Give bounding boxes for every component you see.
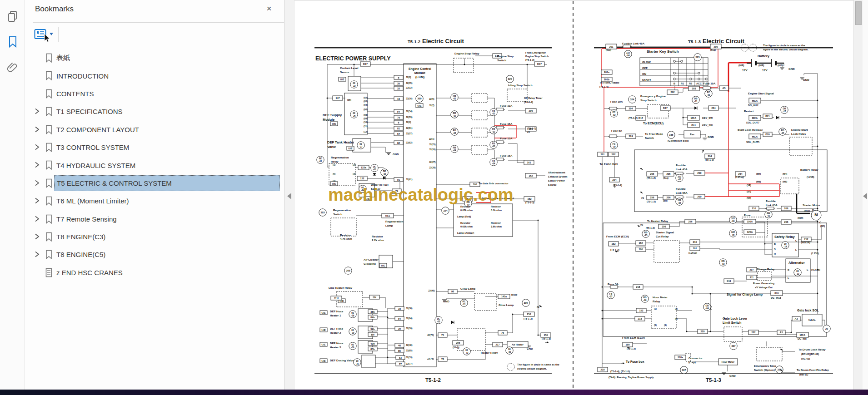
chevron-right-icon[interactable] <box>34 161 40 168</box>
diagram-text: (80R) <box>738 64 744 67</box>
diagram-text: E20 <box>765 133 770 136</box>
scrollbar-thumb[interactable] <box>855 1 862 25</box>
diagram-text: 324 <box>444 209 448 212</box>
diagram-text: (M10) <box>804 209 810 212</box>
diagram-text: 79 <box>397 116 400 119</box>
diagram-text: Gate lock SOL <box>797 309 819 312</box>
page-thumbnails-icon[interactable] <box>6 10 19 23</box>
diagram-text: E21 <box>765 115 770 118</box>
diagram-text: (T5-1-2) <box>646 227 655 229</box>
chevron-right-icon[interactable] <box>34 251 40 258</box>
attachments-icon[interactable] <box>6 61 19 74</box>
diagram-text: 57 <box>397 133 400 135</box>
diagram-text: 303 <box>321 211 325 214</box>
chevron-right-icon[interactable] <box>34 179 40 187</box>
diagram-text: U/E <box>322 329 326 331</box>
bookmark-item[interactable]: T1 SPECIFICATIONS <box>25 103 284 120</box>
diagram-text: -03 <box>678 178 681 181</box>
diagram-text: B <box>774 242 776 245</box>
bookmark-label[interactable]: T8 ENGINE(C3) <box>54 229 280 245</box>
collapse-panel-arrow-icon[interactable] <box>287 193 291 199</box>
chevron-right-icon[interactable] <box>34 108 40 115</box>
chevron-right-icon[interactable] <box>34 215 40 222</box>
chevron-right-icon[interactable] <box>34 143 40 151</box>
bookmark-label[interactable]: CONTENTS <box>54 86 280 102</box>
diagram-text: (T5-1-3) <box>525 201 534 204</box>
collapse-tools-arrow-icon[interactable] <box>863 193 867 199</box>
diagram-text: FB <box>492 128 495 130</box>
bookmark-item[interactable]: T5 ELECTRIC & CONTROL SYSTEM <box>25 174 284 192</box>
diagram-text: -05 <box>781 132 784 134</box>
diagram-text: 205 <box>667 173 671 175</box>
diagram-text: -06 <box>732 220 735 222</box>
bookmark-label[interactable]: T3 CONTROL SYSTEM <box>54 139 280 155</box>
diagram-text: (1.25sq) <box>688 252 697 254</box>
diagram-text: (5sq) <box>606 49 611 51</box>
diagram-text: Source <box>548 183 557 186</box>
diagram-text: Safety Relay <box>774 235 795 239</box>
diagram-text: J2(28) <box>429 166 436 169</box>
diagram-text: J2(53) <box>406 356 413 359</box>
diagram-text: (T5-1-3) <box>525 59 534 61</box>
diagram-text: Module <box>414 71 426 74</box>
diagram-text: ON <box>642 73 646 75</box>
bookmark-item[interactable]: INTRODUCTION <box>25 67 284 84</box>
diagram-text: Fan <box>690 133 694 136</box>
bookmark-label[interactable]: 表紙 <box>54 50 280 66</box>
diagram-text: Stop Switch <box>640 99 657 102</box>
diagram-text: 203 <box>692 87 696 90</box>
diagram-text: 150 <box>544 334 548 336</box>
vertical-scrollbar[interactable] <box>853 0 863 390</box>
bookmark-label[interactable]: T8 ENGINE(C5) <box>54 247 280 262</box>
diagram-text: -05 <box>732 234 735 236</box>
diagram-text: Fusible <box>766 199 776 202</box>
diagram-text: (4) <box>664 324 667 326</box>
bookmark-label[interactable]: INTRODUCTION <box>54 68 280 84</box>
diagram-text: MCA <box>752 135 758 138</box>
bookmark-item[interactable]: T8 ENGINE(C5) <box>25 246 284 263</box>
bookmark-label[interactable]: T6 ML (Moment Limiter) <box>54 193 280 209</box>
bookmarks-panel-icon[interactable] <box>6 35 19 48</box>
bookmark-item[interactable]: T2 COMPONENT LAYOUT <box>25 121 284 138</box>
bookmark-item[interactable]: T8 ENGINE(C3) <box>25 228 284 246</box>
mouse-cursor <box>44 34 51 45</box>
bookmark-label[interactable]: T5 ELECTRIC & CONTROL SYSTEM <box>54 175 280 191</box>
bookmark-item[interactable]: T7 Remote Sensing <box>25 210 284 228</box>
bookmark-label[interactable]: T4 HYDRAULIC SYSTEM <box>54 157 280 173</box>
bookmark-options-icon[interactable] <box>34 29 46 40</box>
diagram-text: J2(35) <box>406 82 413 84</box>
bookmark-item[interactable]: z END HSC CRANES <box>25 264 284 281</box>
diagram-text: (11) <box>364 125 368 128</box>
diagram-text: J2(16) <box>406 97 413 100</box>
bookmark-icon <box>45 250 53 259</box>
bookmark-label[interactable]: z END HSC CRANES <box>54 265 280 281</box>
bookmark-label[interactable]: T2 COMPONENT LAYOUT <box>54 122 280 138</box>
diagram-text: 218 <box>638 317 642 320</box>
chevron-right-icon[interactable] <box>34 197 40 204</box>
diagram-text: A3 <box>780 331 783 334</box>
bookmark-item[interactable]: CONTENTS <box>25 85 284 103</box>
bookmark-icon <box>45 232 53 242</box>
diagram-text: (5sq) <box>663 177 668 179</box>
diagram-text: 6 <box>398 121 399 124</box>
close-panel-button[interactable]: × <box>263 3 275 15</box>
diagram-text: (05) <box>347 99 351 101</box>
bookmark-item[interactable]: T6 ML (Moment Limiter) <box>25 192 284 210</box>
chevron-right-icon[interactable] <box>34 233 40 240</box>
bookmark-item[interactable]: T3 CONTROL SYSTEM <box>25 138 284 156</box>
diagram-text: J2(79) <box>406 116 413 118</box>
bookmark-item[interactable]: T4 HYDRAULIC SYSTEM <box>25 156 284 174</box>
bookmark-item[interactable]: 表紙 <box>25 49 284 67</box>
chevron-right-icon[interactable] <box>34 126 40 133</box>
diagram-text: To ECM(ECU) <box>643 122 663 125</box>
bookmark-label[interactable]: T1 SPECIFICATIONS <box>54 104 280 119</box>
diagram-text: J2(32) <box>406 86 413 89</box>
diagram-text: -01 <box>492 113 495 115</box>
diagram-text: -73 <box>465 352 469 354</box>
diagram-text: -01 <box>453 98 456 100</box>
diagram-text: Air Heater <box>512 343 524 346</box>
diagram-text: -03 <box>437 321 440 323</box>
bookmark-label[interactable]: T7 Remote Sensing <box>54 211 280 227</box>
diagram-text: Lock Relay <box>791 132 806 135</box>
nav-icon-strip <box>0 0 25 390</box>
